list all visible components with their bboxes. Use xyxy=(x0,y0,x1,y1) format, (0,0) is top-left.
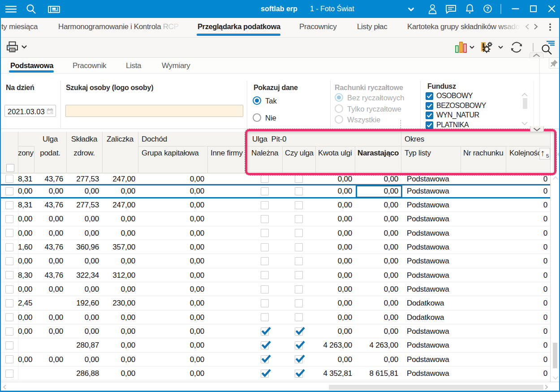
svg-text:?: ? xyxy=(486,6,489,12)
